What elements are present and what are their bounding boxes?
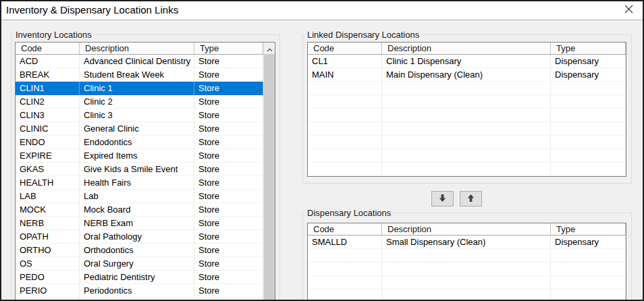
inventory-table-row[interactable]: ENDO Endodontics Store xyxy=(16,136,263,149)
cell-type xyxy=(551,290,626,300)
linked-table-row[interactable]: CL1 Clinic 1 Dispensary Dispensary xyxy=(308,55,626,68)
cell-code: HEALTH xyxy=(16,176,80,190)
dispensary-table-row[interactable] xyxy=(308,263,626,276)
dispensary-table-row[interactable] xyxy=(308,290,626,300)
cell-code xyxy=(308,109,382,122)
inventory-table-row[interactable]: PERIO Periodontics Store xyxy=(16,284,263,298)
cell-description: Mock Board xyxy=(80,203,194,217)
cell-description: NERB Exam xyxy=(80,217,194,230)
arrow-down-icon xyxy=(437,193,448,205)
move-up-button[interactable] xyxy=(460,191,482,207)
inventory-table-row[interactable]: HEALTH Health Fairs Store xyxy=(16,176,263,190)
inventory-table-row[interactable]: EXPIRE Expired Items Store xyxy=(16,149,263,163)
cell-code xyxy=(308,149,382,163)
cell-code xyxy=(308,136,382,149)
cell-type: Store xyxy=(194,109,263,122)
linked-table-row[interactable] xyxy=(308,136,626,149)
inventory-table-row[interactable]: CLIN3 Clinic 3 Store xyxy=(16,109,263,122)
inventory-table-row[interactable]: LAB Lab Store xyxy=(16,190,263,203)
inventory-table-row[interactable]: OPATH Oral Pathology Store xyxy=(16,230,263,244)
inventory-table-row[interactable]: PEDO Pediatric Dentistry Store xyxy=(16,271,263,284)
arrow-up-icon xyxy=(466,193,476,205)
inventory-table-row[interactable]: ACD Advanced Clinical Dentistry Store xyxy=(16,55,263,68)
cell-description: Give Kids a Smile Event xyxy=(80,163,194,176)
cell-code: OPATH xyxy=(16,230,80,244)
cell-type xyxy=(551,82,626,95)
cell-code: SMALLD xyxy=(308,236,382,249)
inventory-table-row[interactable]: NERB NERB Exam Store xyxy=(16,217,263,230)
inventory-table-row[interactable]: CLINIC General Clinic Store xyxy=(16,122,263,136)
close-button[interactable] xyxy=(614,1,643,19)
column-header-type[interactable]: Type xyxy=(194,43,263,54)
cell-type: Store xyxy=(194,176,263,190)
inventory-table-row[interactable]: CLIN1 Clinic 1 Store xyxy=(16,82,263,95)
inventory-table-row[interactable]: ORTHO Orthodontics Store xyxy=(16,244,263,257)
cell-type xyxy=(551,95,626,109)
column-header-description[interactable]: Description xyxy=(382,223,551,235)
cell-type: Store xyxy=(194,230,263,244)
cell-description xyxy=(382,263,551,276)
column-header-type[interactable]: Type xyxy=(551,223,626,235)
inventory-table-row[interactable]: GKAS Give Kids a Smile Event Store xyxy=(16,163,263,176)
move-down-button[interactable] xyxy=(431,191,454,207)
inventory-table-row[interactable] xyxy=(16,298,263,301)
inventory-table-row[interactable]: MOCK Mock Board Store xyxy=(16,203,263,217)
linked-table-row[interactable] xyxy=(308,122,626,136)
inventory-table-row[interactable]: OS Oral Surgery Store xyxy=(16,257,263,271)
cell-code: PERIO xyxy=(16,284,80,298)
cell-description: Oral Pathology xyxy=(80,230,194,244)
cell-type: Store xyxy=(194,68,263,82)
cell-code: PEDO xyxy=(16,271,80,284)
cell-description: General Clinic xyxy=(80,122,194,136)
dispensary-table-row[interactable]: SMALLD Small Dispensary (Clean) Dispensa… xyxy=(308,236,626,249)
cell-description xyxy=(382,149,551,163)
inventory-table-row[interactable]: CLIN2 Clinic 2 Store xyxy=(16,95,263,109)
cell-description xyxy=(382,95,551,109)
cell-code: ENDO xyxy=(16,136,80,149)
column-header-code[interactable]: Code xyxy=(308,223,382,235)
linked-table-row[interactable] xyxy=(308,95,626,109)
close-icon xyxy=(624,4,634,17)
cell-code xyxy=(308,263,382,276)
cell-description xyxy=(80,298,194,301)
cell-type: Store xyxy=(194,217,263,230)
title-bar[interactable]: Inventory & Dispensary Location Links xyxy=(0,0,644,20)
linked-table-row[interactable]: MAIN Main Dispensary (Clean) Dispensary xyxy=(308,68,626,82)
inventory-vertical-scrollbar[interactable] xyxy=(263,43,275,301)
linked-table-row[interactable] xyxy=(308,163,626,176)
cell-description: Clinic 1 Dispensary xyxy=(382,55,551,68)
cell-type: Store xyxy=(194,203,263,217)
cell-type xyxy=(551,276,626,290)
column-header-description[interactable]: Description xyxy=(382,43,551,54)
dispensary-table-row[interactable] xyxy=(308,249,626,263)
cell-description: Clinic 3 xyxy=(80,109,194,122)
dialog-title: Inventory & Dispensary Location Links xyxy=(6,0,178,20)
cell-type xyxy=(551,109,626,122)
scrollbar-up-button[interactable] xyxy=(264,43,275,54)
linked-table-row[interactable] xyxy=(308,82,626,95)
dispensary-table-body: Code Description Type SMALLD Small Dispe… xyxy=(308,223,626,300)
inventory-locations-table: Code Description Type ACD Advanced Clini… xyxy=(15,42,275,301)
cell-type xyxy=(551,136,626,149)
cell-type: Store xyxy=(194,284,263,298)
cell-type: Store xyxy=(194,82,263,95)
inventory-table-header: Code Description Type xyxy=(16,43,263,55)
scrollbar-thumb[interactable] xyxy=(264,54,275,301)
dispensary-rows: SMALLD Small Dispensary (Clean) Dispensa… xyxy=(308,236,626,300)
cell-description: Endodontics xyxy=(80,136,194,149)
cell-type: Store xyxy=(194,190,263,203)
linked-rows: CL1 Clinic 1 Dispensary Dispensary MAIN … xyxy=(308,55,626,176)
linked-table-row[interactable] xyxy=(308,149,626,163)
cell-description: Advanced Clinical Dentistry xyxy=(80,55,194,68)
dispensary-table-row[interactable] xyxy=(308,276,626,290)
inventory-rows: ACD Advanced Clinical Dentistry Store BR… xyxy=(16,55,263,301)
cell-type: Store xyxy=(194,149,263,163)
column-header-description[interactable]: Description xyxy=(80,43,194,54)
column-header-code[interactable]: Code xyxy=(16,43,80,54)
linked-table-row[interactable] xyxy=(308,109,626,122)
column-header-code[interactable]: Code xyxy=(308,43,382,54)
cell-description xyxy=(382,82,551,95)
inventory-table-row[interactable]: BREAK Student Break Week Store xyxy=(16,68,263,82)
cell-type xyxy=(551,263,626,276)
column-header-type[interactable]: Type xyxy=(551,43,626,54)
